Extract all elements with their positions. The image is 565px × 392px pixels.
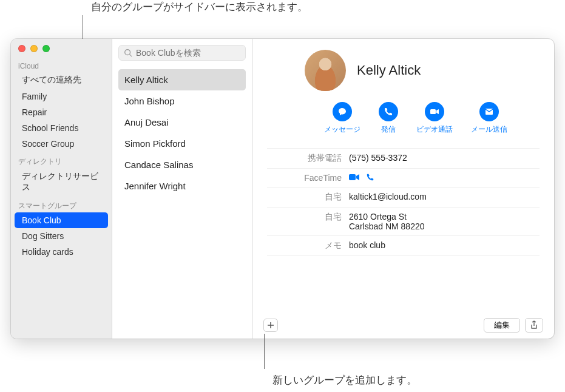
search-icon	[124, 49, 132, 57]
app-window: iCloudすべての連絡先FamilyRepairSchool FriendsS…	[11, 39, 554, 339]
contact-fields: 携帯電話(575) 555-3372FaceTime自宅kaltick1@icl…	[267, 148, 540, 256]
search-input[interactable]	[136, 48, 240, 58]
add-button[interactable]	[263, 319, 278, 332]
field-value[interactable]: book club	[349, 240, 540, 250]
call-label: 発信	[381, 124, 396, 135]
mail-label: メール送信	[471, 124, 507, 135]
mail-icon	[479, 102, 499, 121]
plus-icon	[267, 322, 274, 329]
callout-line-bottom	[264, 334, 265, 369]
sidebar-item[interactable]: School Friends	[15, 120, 108, 136]
svg-point-0	[125, 50, 130, 55]
contact-detail: Kelly Altick メッセージ 発信 ビデオ通話	[252, 39, 554, 339]
sidebar-section-label: スマートグループ	[11, 196, 112, 212]
sidebar-item[interactable]: Holiday cards	[15, 244, 108, 260]
sidebar: iCloudすべての連絡先FamilyRepairSchool FriendsS…	[11, 39, 112, 339]
message-button[interactable]: メッセージ	[324, 102, 360, 135]
sidebar-section-label: ディレクトリ	[11, 152, 112, 168]
sidebar-item[interactable]: Soccer Group	[15, 136, 108, 152]
field-label: 自宅	[267, 192, 349, 203]
callout-bottom: 新しいグループを追加します。	[272, 373, 417, 387]
bottom-toolbar: 編集	[263, 318, 543, 333]
message-label: メッセージ	[324, 124, 360, 135]
close-window-button[interactable]	[18, 45, 25, 52]
field-label: 携帯電話	[267, 153, 349, 164]
avatar[interactable]	[305, 50, 346, 91]
contact-field: FaceTime	[267, 168, 540, 187]
action-buttons: メッセージ 発信 ビデオ通話 メール送信	[267, 102, 540, 135]
callout-line-top	[83, 15, 83, 41]
contact-list-item[interactable]: Simon Pickford	[118, 133, 246, 154]
field-label: FaceTime	[267, 173, 349, 183]
video-label: ビデオ通話	[416, 124, 453, 135]
field-label: 自宅	[267, 212, 349, 223]
facetime-video-icon[interactable]	[349, 173, 360, 181]
fullscreen-window-button[interactable]	[42, 45, 50, 52]
search-field[interactable]	[118, 45, 246, 61]
callout-top: 自分のグループがサイドバーに表示されます。	[91, 0, 308, 14]
share-button[interactable]	[525, 318, 543, 333]
video-button[interactable]: ビデオ通話	[416, 102, 453, 135]
svg-rect-4	[349, 174, 356, 180]
field-value[interactable]: kaltick1@icloud.com	[349, 192, 540, 201]
field-value[interactable]: (575) 555-3372	[349, 153, 540, 163]
contact-list-item[interactable]: Kelly Altick	[118, 69, 246, 90]
svg-rect-2	[430, 109, 436, 114]
phone-icon	[379, 102, 398, 121]
contact-field: 自宅kaltick1@icloud.com	[267, 187, 540, 207]
contact-name: Kelly Altick	[357, 63, 421, 78]
contact-list-item[interactable]: Jennifer Wright	[118, 175, 246, 197]
minimize-window-button[interactable]	[30, 45, 38, 52]
mail-button[interactable]: メール送信	[471, 102, 507, 135]
sidebar-item[interactable]: Family	[15, 89, 108, 104]
sidebar-item[interactable]: Dog Sitters	[15, 228, 108, 244]
contact-list: Kelly AltickJohn BishopAnuj DesaiSimon P…	[112, 39, 252, 339]
sidebar-item[interactable]: Repair	[15, 104, 108, 120]
sidebar-item[interactable]: Book Club	[15, 212, 108, 228]
call-button[interactable]: 発信	[379, 102, 398, 135]
video-icon	[425, 102, 444, 121]
message-icon	[333, 102, 352, 121]
contact-list-item[interactable]: John Bishop	[118, 90, 246, 112]
contact-field: 自宅2610 Ortega StCarlsbad NM 88220	[267, 207, 540, 235]
sidebar-section-label: iCloud	[11, 57, 112, 72]
contact-list-item[interactable]: Candace Salinas	[118, 154, 246, 175]
contact-list-item[interactable]: Anuj Desai	[118, 112, 246, 133]
sidebar-item[interactable]: すべての連絡先	[15, 72, 108, 89]
contact-field: 携帯電話(575) 555-3372	[267, 148, 540, 168]
contact-field: メモbook club	[267, 235, 540, 256]
edit-button[interactable]: 編集	[484, 318, 520, 333]
share-icon	[530, 320, 538, 330]
window-controls	[11, 43, 112, 57]
field-label: メモ	[267, 240, 349, 251]
sidebar-item[interactable]: ディレクトリサービス	[15, 168, 108, 196]
facetime-audio-icon[interactable]	[366, 173, 374, 181]
field-value[interactable]	[349, 173, 540, 181]
field-value[interactable]: 2610 Ortega StCarlsbad NM 88220	[349, 212, 540, 231]
svg-line-1	[130, 55, 132, 57]
